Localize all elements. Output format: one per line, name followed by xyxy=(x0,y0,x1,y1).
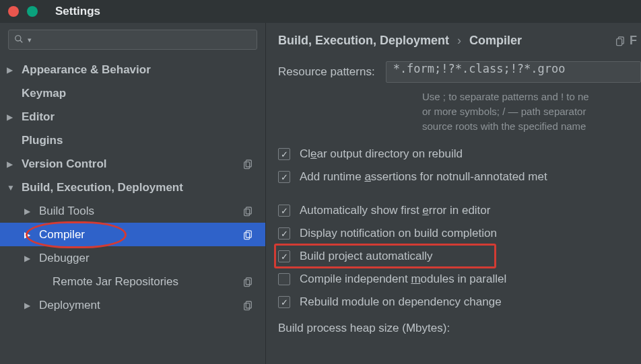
checkbox-row: Build project automatically xyxy=(278,245,641,268)
svg-point-0 xyxy=(15,35,21,40)
resource-patterns-label: Resource patterns: xyxy=(278,65,375,79)
heap-size-label: Build process heap size (Mbytes): xyxy=(278,322,641,335)
sidebar-item-plugins[interactable]: Plugins xyxy=(0,129,265,152)
search-icon xyxy=(14,34,24,46)
chevron-down-icon: ▼ xyxy=(7,183,16,192)
close-window-button[interactable] xyxy=(8,6,19,17)
sidebar-item-build-execution-deployment[interactable]: ▼Build, Execution, Deployment xyxy=(0,176,265,199)
sidebar-item-debugger[interactable]: ▶Debugger xyxy=(0,246,265,270)
svg-rect-11 xyxy=(244,303,250,310)
settings-tree: ▶Appearance & BehaviorKeymap▶EditorPlugi… xyxy=(0,55,265,320)
maximize-window-button[interactable] xyxy=(27,6,38,17)
checkbox-row: Display notification on build completion xyxy=(278,222,641,245)
checkbox-row: Add runtime assertions for notnull-annot… xyxy=(278,166,641,188)
chevron-right-icon: ▶ xyxy=(24,301,34,310)
svg-rect-3 xyxy=(244,161,250,168)
svg-rect-8 xyxy=(246,278,251,285)
checkbox[interactable] xyxy=(278,148,290,160)
chevron-down-icon: ▾ xyxy=(28,36,32,44)
sidebar-item-label: Build, Execution, Deployment xyxy=(22,181,183,194)
breadcrumb: Build, Execution, Deployment › Compiler … xyxy=(278,34,641,48)
chevron-right-icon: › xyxy=(457,34,461,48)
sidebar-item-editor[interactable]: ▶Editor xyxy=(0,105,265,129)
checkbox-label[interactable]: Add runtime assertions for notnull-annot… xyxy=(300,170,547,184)
resource-patterns-hint: Use ; to separate patterns and ! to ne o… xyxy=(422,89,641,133)
window-title: Settings xyxy=(55,5,100,18)
checkbox[interactable] xyxy=(278,171,290,183)
sidebar-item-label: Build Tools xyxy=(39,205,94,218)
chevron-right-icon: ▶ xyxy=(24,254,34,263)
checkbox[interactable] xyxy=(278,296,290,308)
chevron-right-icon: ▶ xyxy=(24,207,34,216)
checkbox[interactable] xyxy=(278,205,290,217)
checkbox-label[interactable]: Compile independent modules in parallel xyxy=(300,272,506,286)
svg-line-1 xyxy=(20,40,23,42)
project-scope-icon xyxy=(242,300,253,311)
project-scope-icon xyxy=(242,206,253,217)
sidebar-item-build-tools[interactable]: ▶Build Tools xyxy=(0,199,265,223)
sidebar-item-keymap[interactable]: Keymap xyxy=(0,81,265,105)
checkbox[interactable] xyxy=(278,227,290,240)
compiler-options: Clear output directory on rebuildAdd run… xyxy=(278,143,641,314)
sidebar-item-label: Debugger xyxy=(39,252,90,265)
sidebar-item-label: Keymap xyxy=(22,87,66,100)
chevron-right-icon: ▶ xyxy=(7,159,16,169)
svg-rect-4 xyxy=(246,207,251,214)
checkbox-row: Rebuild module on dependency change xyxy=(278,291,641,314)
checkbox-row: Clear output directory on rebuild xyxy=(278,143,641,166)
checkbox-label[interactable]: Automatically show first error in editor xyxy=(300,204,490,217)
checkbox-row: Automatically show first error in editor xyxy=(278,199,641,222)
chevron-right-icon: ▶ xyxy=(24,230,34,240)
scope-selector[interactable]: F xyxy=(615,34,637,48)
content-area: ▾ ▶Appearance & BehaviorKeymap▶EditorPlu… xyxy=(0,23,641,364)
breadcrumb-root[interactable]: Build, Execution, Deployment xyxy=(278,34,449,48)
sidebar-item-label: Appearance & Behavior xyxy=(22,63,151,77)
sidebar-item-version-control[interactable]: ▶Version Control xyxy=(0,152,265,176)
checkbox[interactable] xyxy=(278,273,290,285)
checkbox-label[interactable]: Rebuild module on dependency change xyxy=(300,295,502,309)
svg-rect-2 xyxy=(246,160,251,167)
chevron-right-icon: ▶ xyxy=(7,65,16,75)
project-scope-icon xyxy=(242,229,253,240)
sidebar-item-compiler[interactable]: ▶Compiler xyxy=(0,223,265,246)
project-scope-icon xyxy=(242,277,253,287)
svg-rect-10 xyxy=(246,301,251,308)
main-panel: Build, Execution, Deployment › Compiler … xyxy=(266,23,641,364)
project-scope-icon xyxy=(242,159,253,170)
breadcrumb-current: Compiler xyxy=(469,34,522,48)
settings-sidebar: ▾ ▶Appearance & BehaviorKeymap▶EditorPlu… xyxy=(0,23,266,364)
sidebar-item-label: Remote Jar Repositories xyxy=(53,275,178,289)
checkbox-label[interactable]: Clear output directory on rebuild xyxy=(300,147,463,161)
svg-rect-13 xyxy=(617,38,622,45)
svg-rect-5 xyxy=(244,209,250,215)
sidebar-item-deployment[interactable]: ▶Deployment xyxy=(0,293,265,317)
chevron-right-icon: ▶ xyxy=(7,112,16,122)
sidebar-item-appearance-behavior[interactable]: ▶Appearance & Behavior xyxy=(0,58,265,81)
checkbox[interactable] xyxy=(278,250,290,262)
sidebar-item-remote-jar-repositories[interactable]: Remote Jar Repositories xyxy=(0,270,265,293)
search-input[interactable]: ▾ xyxy=(8,30,257,50)
sidebar-item-label: Plugins xyxy=(22,134,63,147)
resource-patterns-row: Resource patterns: *.form;!?*.class;!?*.… xyxy=(278,61,641,83)
checkbox-row: Compile independent modules in parallel xyxy=(278,268,641,291)
checkbox-label[interactable]: Display notification on build completion xyxy=(300,227,497,240)
sidebar-item-label: Compiler xyxy=(39,228,85,242)
sidebar-item-label: Editor xyxy=(22,110,55,124)
sidebar-item-label: Version Control xyxy=(22,157,107,171)
resource-patterns-input[interactable]: *.form;!?*.class;!?*.groo xyxy=(386,61,641,83)
checkbox-label[interactable]: Build project automatically xyxy=(300,250,432,263)
svg-rect-9 xyxy=(244,279,250,286)
svg-rect-7 xyxy=(244,232,250,239)
titlebar: Settings xyxy=(0,0,641,23)
svg-rect-6 xyxy=(246,231,251,238)
sidebar-item-label: Deployment xyxy=(39,299,100,312)
